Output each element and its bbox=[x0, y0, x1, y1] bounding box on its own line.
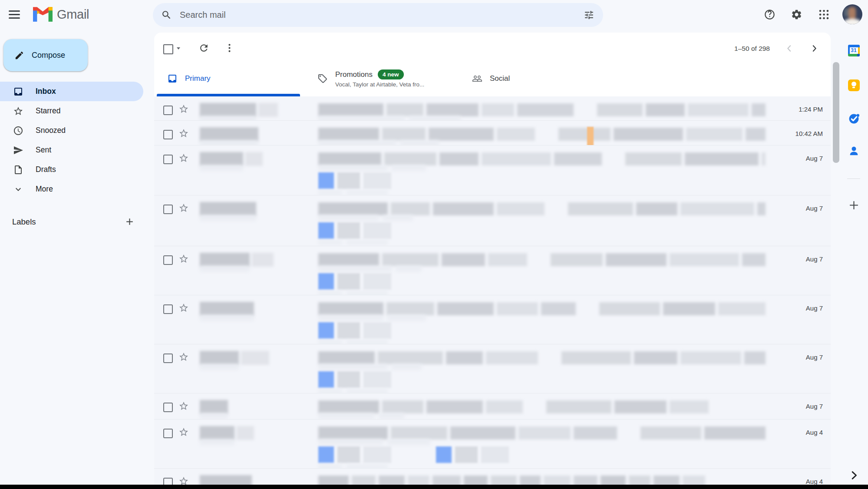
row-star-icon[interactable] bbox=[178, 153, 189, 163]
email-row[interactable]: Aug 4 bbox=[154, 420, 831, 469]
row-star-icon[interactable] bbox=[178, 254, 189, 264]
tab-social[interactable]: Social bbox=[443, 61, 587, 96]
row-checkbox[interactable] bbox=[163, 155, 173, 164]
row-checkbox[interactable] bbox=[163, 130, 173, 139]
gmail-m-icon bbox=[33, 7, 53, 22]
create-label-plus-icon[interactable] bbox=[124, 216, 135, 227]
tag-icon bbox=[317, 73, 328, 84]
row-star-icon[interactable] bbox=[178, 128, 189, 139]
email-row[interactable]: Aug 7 bbox=[154, 295, 831, 344]
row-star-icon[interactable] bbox=[178, 352, 189, 362]
labels-section: Labels bbox=[0, 215, 143, 230]
email-date: Aug 7 bbox=[806, 354, 823, 361]
email-row[interactable]: Aug 7 bbox=[154, 195, 831, 246]
file-icon bbox=[13, 165, 23, 175]
row-checkbox[interactable] bbox=[163, 354, 173, 363]
attachment-chips-redacted bbox=[318, 322, 391, 339]
email-row[interactable]: Aug 7 bbox=[154, 344, 831, 393]
search-bar[interactable] bbox=[153, 3, 603, 27]
main-menu-icon[interactable] bbox=[9, 10, 20, 19]
row-checkbox[interactable] bbox=[163, 429, 173, 438]
attachment-chip[interactable] bbox=[436, 446, 452, 463]
subject-redacted bbox=[318, 128, 766, 141]
search-filters-icon[interactable] bbox=[584, 10, 594, 20]
attachment-chip[interactable] bbox=[318, 222, 334, 239]
send-icon bbox=[13, 145, 23, 155]
attachment-chip[interactable] bbox=[318, 273, 334, 290]
sidebar-item-inbox[interactable]: Inbox bbox=[0, 82, 143, 101]
sender-redacted bbox=[200, 103, 278, 117]
sidebar-item-label: More bbox=[36, 185, 53, 194]
row-checkbox[interactable] bbox=[163, 403, 173, 412]
account-avatar[interactable] bbox=[842, 4, 862, 24]
select-all-checkbox[interactable] bbox=[163, 44, 173, 54]
calendar-icon[interactable]: 31 bbox=[848, 44, 860, 56]
chevron-down-icon bbox=[13, 184, 23, 195]
gmail-logo: Gmail bbox=[33, 7, 89, 22]
list-toolbar: 1–50 of 298 bbox=[154, 33, 831, 61]
pencil-icon bbox=[14, 50, 24, 60]
subject-redacted bbox=[318, 103, 766, 116]
sidebar-item-snoozed[interactable]: Snoozed bbox=[0, 121, 143, 140]
select-dropdown-caret[interactable] bbox=[177, 47, 180, 50]
gmail-wordmark: Gmail bbox=[57, 7, 89, 22]
attachment-chip[interactable] bbox=[318, 322, 334, 339]
email-date: Aug 7 bbox=[806, 304, 823, 312]
email-row[interactable]: 1:24 PM bbox=[154, 96, 831, 121]
rail-divider bbox=[847, 178, 860, 179]
email-date: Aug 7 bbox=[806, 403, 823, 410]
tab-promotions[interactable]: Promotions4 newVocal, Taylor at Airtable… bbox=[300, 61, 443, 96]
google-apps-grid-icon[interactable] bbox=[818, 9, 830, 20]
email-row[interactable]: Aug 7 bbox=[154, 393, 831, 420]
settings-gear-icon[interactable] bbox=[791, 9, 802, 20]
attachment-chip[interactable] bbox=[318, 446, 334, 463]
get-addons-plus-icon[interactable] bbox=[848, 200, 859, 211]
attachment-chips-redacted bbox=[318, 446, 509, 463]
sidebar-item-label: Sent bbox=[36, 145, 51, 155]
subject-redacted bbox=[318, 351, 766, 364]
row-star-icon[interactable] bbox=[178, 401, 189, 411]
tasks-icon[interactable] bbox=[848, 112, 860, 125]
newer-page-icon[interactable] bbox=[784, 43, 795, 54]
row-checkbox[interactable] bbox=[163, 255, 173, 265]
sidebar-item-drafts[interactable]: Drafts bbox=[0, 160, 143, 179]
search-input[interactable] bbox=[179, 10, 584, 20]
email-row[interactable]: Aug 7 bbox=[154, 246, 831, 295]
row-star-icon[interactable] bbox=[178, 303, 189, 313]
sidebar-item-label: Drafts bbox=[36, 165, 56, 174]
row-star-icon[interactable] bbox=[178, 427, 189, 437]
row-star-icon[interactable] bbox=[178, 203, 189, 213]
show-side-panel-chevron-icon[interactable] bbox=[848, 469, 860, 481]
row-checkbox[interactable] bbox=[163, 304, 173, 314]
search-icon[interactable] bbox=[161, 10, 172, 20]
snippet-redacted bbox=[200, 116, 461, 121]
row-checkbox[interactable] bbox=[163, 106, 173, 115]
refresh-icon[interactable] bbox=[198, 43, 209, 53]
email-row[interactable]: 10:42 AM bbox=[154, 121, 831, 145]
contacts-icon[interactable] bbox=[848, 145, 860, 157]
more-options-icon[interactable] bbox=[224, 43, 235, 53]
row-checkbox[interactable] bbox=[163, 205, 173, 214]
snippet-redacted bbox=[200, 266, 422, 272]
row-star-icon[interactable] bbox=[178, 104, 189, 114]
attachment-chip[interactable] bbox=[318, 371, 334, 388]
compose-button[interactable]: Compose bbox=[3, 39, 88, 71]
older-page-icon[interactable] bbox=[809, 43, 820, 54]
attachment-chip[interactable] bbox=[318, 172, 334, 189]
sidebar-item-more[interactable]: More bbox=[0, 179, 143, 199]
sidebar-item-starred[interactable]: Starred bbox=[0, 101, 143, 121]
subject-redacted bbox=[318, 152, 766, 165]
bottom-edge-bar bbox=[0, 485, 868, 489]
top-bar: Gmail bbox=[0, 0, 868, 30]
keep-icon[interactable] bbox=[848, 79, 860, 91]
sidebar-item-sent[interactable]: Sent bbox=[0, 140, 143, 160]
email-row[interactable]: Aug 7 bbox=[154, 145, 831, 195]
email-date: Aug 4 bbox=[806, 478, 823, 485]
snippet-redacted bbox=[200, 140, 439, 145]
help-icon[interactable] bbox=[764, 9, 776, 20]
tab-label: Promotions bbox=[335, 70, 373, 79]
list-scrollbar[interactable] bbox=[833, 62, 839, 163]
inbox-icon bbox=[167, 73, 178, 84]
sender-redacted bbox=[200, 302, 254, 316]
tab-primary[interactable]: Primary bbox=[157, 61, 300, 96]
